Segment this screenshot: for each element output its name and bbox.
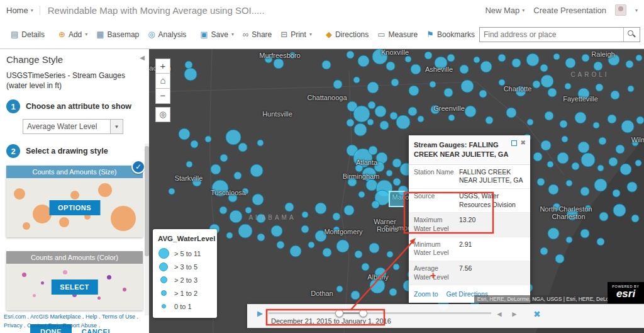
gauge-circle[interactable] — [186, 161, 192, 167]
analysis-button[interactable]: ◎ Analysis — [143, 27, 191, 42]
gauge-circle[interactable] — [628, 86, 634, 92]
style-card-counts-size[interactable]: Counts and Amounts (Size) ✓ OPTIONS — [6, 166, 143, 237]
footer-link[interactable]: Contact Esri — [27, 322, 58, 329]
gauge-circle[interactable] — [353, 106, 370, 122]
gauge-circle[interactable] — [627, 182, 637, 192]
gauge-circle[interactable] — [540, 64, 548, 72]
gauge-circle[interactable] — [336, 240, 349, 252]
gauge-circle[interactable] — [392, 159, 401, 167]
gauge-circle[interactable] — [348, 178, 357, 186]
gauge-circle[interactable] — [585, 205, 591, 212]
gauge-circle[interactable] — [608, 115, 616, 123]
gauge-circle[interactable] — [212, 180, 228, 196]
time-slider-handle-start[interactable] — [335, 309, 343, 317]
gauge-circle[interactable] — [621, 120, 634, 133]
gauge-circle[interactable] — [547, 161, 553, 167]
gauge-circle[interactable] — [242, 188, 248, 195]
gauge-circle[interactable] — [257, 234, 265, 241]
gauge-circle[interactable] — [315, 203, 326, 214]
gauge-circle[interactable] — [333, 213, 340, 220]
gauge-circle[interactable] — [393, 264, 399, 270]
gauge-circle[interactable] — [613, 189, 620, 197]
footer-link[interactable]: ArcGIS Marketplace — [30, 313, 81, 320]
gauge-circle[interactable] — [480, 61, 492, 72]
gauge-circle[interactable] — [594, 179, 607, 191]
scrollbar-thumb[interactable] — [145, 146, 149, 256]
gauge-circle[interactable] — [285, 203, 294, 212]
gauge-circle[interactable] — [541, 140, 551, 150]
footer-link[interactable]: Report Abuse — [63, 322, 97, 329]
gauge-circle[interactable] — [506, 108, 516, 118]
directions-button[interactable]: ◆ Directions — [321, 27, 373, 42]
play-button[interactable]: ► — [255, 308, 265, 318]
gauge-circle[interactable] — [390, 112, 397, 120]
gauge-circle[interactable] — [548, 88, 557, 97]
gauge-circle[interactable] — [257, 140, 264, 146]
gauge-circle[interactable] — [516, 86, 526, 96]
close-popup-icon[interactable]: ✖ — [521, 140, 526, 146]
gauge-circle[interactable] — [374, 162, 384, 172]
gauge-circle[interactable] — [375, 268, 386, 279]
gauge-circle[interactable] — [391, 79, 399, 86]
gauge-circle[interactable] — [289, 52, 296, 59]
gauge-circle[interactable] — [308, 242, 314, 248]
gauge-circle[interactable] — [302, 212, 308, 218]
gauge-circle[interactable] — [572, 162, 579, 170]
gauge-circle[interactable] — [609, 157, 618, 166]
footer-link[interactable]: Esri.com — [4, 313, 26, 320]
gauge-circle[interactable] — [386, 62, 395, 71]
gauge-circle[interactable] — [372, 49, 387, 64]
maximize-popup-icon[interactable] — [511, 140, 517, 146]
gauge-circle[interactable] — [553, 203, 560, 211]
gauge-circle[interactable] — [375, 106, 386, 117]
gauge-circle[interactable] — [578, 142, 589, 153]
gauge-circle[interactable] — [425, 52, 432, 59]
gauge-circle[interactable] — [362, 167, 376, 181]
gauge-circle[interactable] — [620, 164, 631, 175]
gauge-circle[interactable] — [582, 54, 589, 62]
gauge-circle[interactable] — [565, 83, 571, 89]
gauge-circle[interactable] — [238, 143, 247, 152]
gauge-circle[interactable] — [234, 172, 242, 179]
gauge-circle[interactable] — [613, 204, 626, 217]
gauge-circle[interactable] — [219, 206, 227, 214]
gauge-circle[interactable] — [593, 122, 599, 128]
gauge-circle[interactable] — [465, 106, 476, 117]
sidebar-scrollbar[interactable] — [145, 144, 149, 315]
gauge-circle[interactable] — [271, 225, 282, 237]
print-button[interactable]: ⊟ Print ▾ — [276, 27, 316, 42]
gauge-circle[interactable] — [396, 115, 410, 129]
gauge-circle[interactable] — [545, 111, 553, 120]
gauge-circle[interactable] — [274, 59, 284, 69]
gauge-circle[interactable] — [636, 55, 642, 61]
gauge-circle[interactable] — [499, 79, 505, 86]
gauge-circle[interactable] — [594, 62, 602, 71]
footer-link[interactable]: Privacy — [4, 322, 23, 329]
gauge-circle[interactable] — [533, 152, 542, 161]
gauge-circle[interactable] — [548, 184, 558, 195]
gauge-circle[interactable] — [220, 154, 228, 162]
search-input[interactable] — [480, 28, 623, 42]
gauge-circle[interactable] — [336, 286, 343, 292]
gauge-circle[interactable] — [565, 58, 575, 68]
gauge-circle[interactable] — [512, 59, 521, 67]
gauge-circle[interactable] — [548, 228, 559, 239]
gauge-circle[interactable] — [179, 128, 190, 140]
gauge-circle[interactable] — [362, 263, 369, 271]
gauge-circle[interactable] — [580, 187, 589, 196]
gauge-circle[interactable] — [245, 207, 252, 213]
gauge-circle[interactable] — [238, 224, 252, 238]
gauge-circle[interactable] — [368, 101, 375, 109]
gauge-circle[interactable] — [367, 119, 374, 125]
gauge-circle[interactable] — [578, 88, 589, 99]
user-avatar[interactable] — [615, 4, 626, 16]
gauge-circle[interactable] — [370, 278, 385, 293]
zoom-to-link[interactable]: Zoom to — [414, 290, 438, 298]
gauge-circle[interactable] — [347, 51, 354, 59]
gauge-circle[interactable] — [169, 188, 175, 195]
zoom-in-button[interactable]: + — [155, 59, 170, 74]
gauge-circle[interactable] — [636, 116, 644, 124]
gauge-circle[interactable] — [250, 164, 263, 177]
home-menu[interactable]: Home ▾ — [6, 6, 40, 15]
gauge-circle[interactable] — [431, 105, 440, 114]
